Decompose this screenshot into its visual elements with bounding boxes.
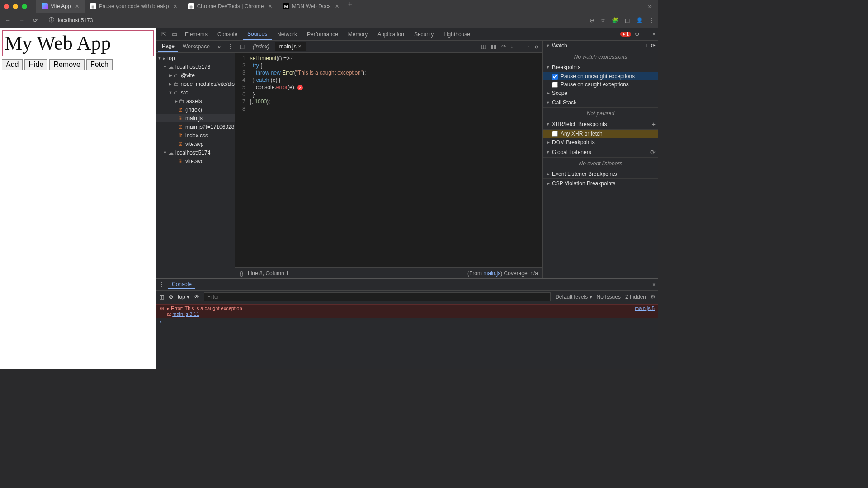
remove-button[interactable]: Remove	[49, 59, 85, 70]
hidden-count[interactable]: 2 hidden	[625, 294, 646, 300]
deactivate-breakpoints-icon[interactable]: ⌀	[535, 43, 538, 50]
tree-folder[interactable]: ▶🗀node_modules/vite/dis	[156, 80, 235, 88]
console-filter-input[interactable]	[204, 292, 551, 301]
menu-icon[interactable]: ⋮	[649, 17, 655, 23]
stack-link[interactable]: main.js:3:11	[172, 311, 199, 317]
error-count-badge[interactable]: ● 1	[620, 32, 631, 37]
refresh-watch-icon[interactable]: ⟳	[651, 42, 656, 49]
toggle-navigator-icon[interactable]: ◫	[237, 43, 247, 50]
forward-icon[interactable]: →	[17, 16, 26, 25]
close-tab-icon[interactable]: ×	[75, 3, 79, 10]
inspect-element-icon[interactable]: ⇱	[159, 31, 169, 38]
toggle-debugger-panel-icon[interactable]: ◫	[481, 43, 486, 50]
console-sidebar-icon[interactable]: ◫	[159, 294, 164, 300]
refresh-listeners-icon[interactable]: ⟳	[650, 149, 656, 156]
tab-console[interactable]: Console	[213, 29, 242, 39]
tab-performance[interactable]: Performance	[302, 29, 343, 39]
source-link[interactable]: main.js	[483, 270, 500, 277]
zoom-icon[interactable]: ⊖	[590, 17, 594, 23]
live-expression-icon[interactable]: 👁	[194, 294, 199, 300]
tree-folder[interactable]: ▶🗀@vite	[156, 71, 235, 80]
back-icon[interactable]: ←	[4, 16, 13, 25]
browser-tab-vite[interactable]: Vite App ×	[36, 0, 85, 13]
code-editor[interactable]: 12345678 setTimeout(() => { try { throw …	[235, 53, 542, 267]
csp-breakpoints-header[interactable]: ▶CSP Violation Breakpoints	[543, 179, 658, 188]
any-xhr-checkbox[interactable]: Any XHR or fetch	[543, 130, 658, 138]
tree-folder[interactable]: ▶🗀assets	[156, 97, 235, 105]
expand-icon[interactable]: »	[645, 2, 655, 10]
add-xhr-icon[interactable]: +	[652, 121, 656, 128]
browser-tab-mdn[interactable]: M MDN Web Docs ×	[278, 0, 344, 13]
tab-memory[interactable]: Memory	[344, 29, 372, 39]
profile-icon[interactable]: 👤	[636, 17, 643, 23]
close-tab-icon[interactable]: ×	[335, 3, 339, 10]
nav-tab-page[interactable]: Page	[158, 42, 178, 52]
site-info-icon[interactable]: ⓘ	[49, 16, 54, 24]
tab-sources[interactable]: Sources	[243, 29, 272, 40]
close-tab-icon[interactable]: ×	[268, 3, 272, 10]
error-marker-icon[interactable]: ×	[297, 85, 303, 90]
console-error-entry[interactable]: ⊗ ▸ Error: This is a caught exception at…	[156, 304, 658, 318]
scope-section-header[interactable]: ▶Scope	[543, 89, 658, 98]
fetch-button[interactable]: Fetch	[86, 59, 113, 70]
tree-file[interactable]: 🗎vite.svg	[156, 157, 235, 165]
close-devtools-icon[interactable]: ×	[652, 31, 656, 38]
browser-tab-breakpoints[interactable]: ◉ Pause your code with breakp ×	[85, 0, 183, 13]
xhr-section-header[interactable]: ▼XHR/fetch Breakpoints+	[543, 119, 658, 130]
close-drawer-icon[interactable]: ×	[652, 282, 656, 288]
editor-tab-index[interactable]: (index)	[248, 42, 274, 51]
console-settings-icon[interactable]: ⚙	[651, 294, 656, 300]
settings-icon[interactable]: ⚙	[635, 31, 640, 38]
tree-host[interactable]: ▼☁localhost:5173	[156, 62, 235, 71]
nav-tab-workspace[interactable]: Workspace	[179, 42, 213, 51]
callstack-section-header[interactable]: ▼Call Stack	[543, 98, 658, 108]
tab-lighthouse[interactable]: Lighthouse	[439, 29, 475, 39]
tree-file[interactable]: 🗎vite.svg	[156, 140, 235, 148]
tree-top[interactable]: ▼▸top	[156, 54, 235, 62]
browser-tab-devtools[interactable]: ◉ Chrome DevTools | Chrome ×	[183, 0, 278, 13]
tab-security[interactable]: Security	[410, 29, 438, 39]
tree-folder-src[interactable]: ▼🗀src	[156, 88, 235, 97]
step-over-icon[interactable]: ↷	[501, 43, 506, 50]
breakpoints-section-header[interactable]: ▼Breakpoints	[543, 63, 658, 72]
format-icon[interactable]: {}	[240, 270, 243, 277]
editor-tab-mainjs[interactable]: main.js ×	[275, 42, 306, 51]
new-tab-button[interactable]: +	[344, 0, 356, 13]
line-gutter[interactable]: 12345678	[235, 53, 250, 267]
issues-button[interactable]: No Issues	[597, 294, 621, 300]
tab-network[interactable]: Network	[273, 29, 302, 39]
minimize-window-icon[interactable]	[13, 4, 18, 9]
tab-application[interactable]: Application	[373, 29, 409, 39]
add-button[interactable]: Add	[2, 59, 23, 70]
pause-caught-checkbox[interactable]: Pause on caught exceptions	[543, 80, 658, 89]
hide-button[interactable]: Hide	[24, 59, 47, 70]
device-mode-icon[interactable]: ▭	[170, 31, 179, 38]
maximize-window-icon[interactable]	[22, 4, 27, 9]
tree-file-mainjs[interactable]: 🗎main.js	[156, 114, 235, 122]
step-into-icon[interactable]: ↓	[510, 43, 513, 50]
drawer-menu-icon[interactable]: ⋮	[159, 282, 165, 288]
clear-console-icon[interactable]: ⊘	[169, 294, 173, 300]
drawer-tab-console[interactable]: Console	[168, 280, 195, 289]
url-bar[interactable]: ⓘ localhost:5173	[44, 14, 585, 27]
tab-elements[interactable]: Elements	[180, 29, 212, 39]
event-breakpoints-header[interactable]: ▶Event Listener Breakpoints	[543, 169, 658, 179]
watch-section-header[interactable]: ▼Watch+⟳	[543, 41, 658, 51]
step-icon[interactable]: →	[525, 43, 530, 50]
console-prompt[interactable]: ›	[156, 318, 658, 325]
close-editor-tab-icon[interactable]: ×	[298, 43, 302, 50]
global-listeners-header[interactable]: ▼Global Listeners⟳	[543, 147, 658, 158]
close-window-icon[interactable]	[4, 4, 9, 9]
reload-icon[interactable]: ⟳	[31, 16, 40, 25]
nav-menu-icon[interactable]: ⋮	[227, 43, 233, 50]
step-out-icon[interactable]: ↑	[518, 43, 520, 50]
bookmark-icon[interactable]: ☆	[600, 17, 605, 23]
more-icon[interactable]: ⋮	[643, 31, 649, 38]
tree-file[interactable]: 🗎(index)	[156, 105, 235, 114]
tree-host[interactable]: ▼☁localhost:5174	[156, 148, 235, 157]
nav-more-icon[interactable]: »	[214, 42, 225, 51]
sidepanel-icon[interactable]: ◫	[625, 17, 630, 23]
pause-icon[interactable]: ▮▮	[491, 43, 497, 50]
close-tab-icon[interactable]: ×	[173, 3, 177, 10]
dom-breakpoints-header[interactable]: ▶DOM Breakpoints	[543, 138, 658, 147]
